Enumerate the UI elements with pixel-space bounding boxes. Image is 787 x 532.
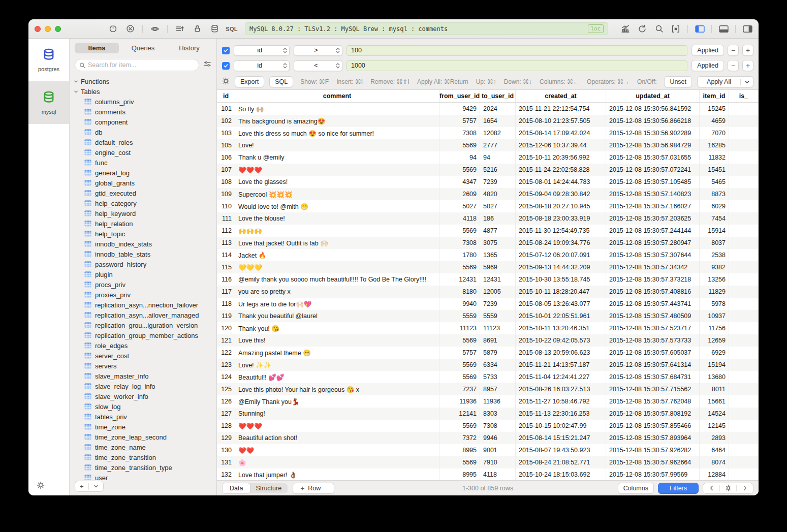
table-cell[interactable]: 1780 bbox=[439, 249, 480, 261]
table-cell[interactable]: 2015-08-07 19:43:50.923 bbox=[516, 444, 606, 456]
filters-button[interactable]: Filters bbox=[658, 483, 699, 494]
sidebar-table-item[interactable]: engine_cost bbox=[74, 147, 216, 158]
sidebar-table-item[interactable]: comments bbox=[74, 107, 216, 117]
table-cell[interactable]: Love! ✨✨ bbox=[235, 359, 439, 371]
table-cell[interactable]: 2015-08-24 21:08:52.771 bbox=[516, 456, 606, 468]
table-cell[interactable]: 106 bbox=[217, 151, 235, 164]
table-cell[interactable]: 2015-11-04 12:24:41.227 bbox=[516, 371, 606, 383]
table-cell[interactable]: 5757 bbox=[439, 347, 480, 359]
table-cell[interactable]: 7308 bbox=[480, 420, 516, 432]
table-row[interactable]: 121Love this!556986912015-10-22 09:42:05… bbox=[217, 334, 759, 347]
table-cell[interactable]: 5569 bbox=[439, 164, 480, 176]
table-cell[interactable]: 2015-12-08 15:30:57.962664 bbox=[606, 456, 700, 468]
table-cell[interactable]: 2015-10-22 09:42:05.573 bbox=[516, 334, 606, 347]
table-cell[interactable]: 11756 bbox=[700, 322, 729, 334]
panel-right-icon[interactable] bbox=[742, 24, 752, 34]
table-cell[interactable]: 7239 bbox=[480, 176, 516, 188]
sql-button[interactable]: SQL bbox=[269, 76, 293, 87]
table-cell[interactable]: 2015-11-21 22:12:54.754 bbox=[516, 103, 606, 115]
sidebar-table-item[interactable]: slave_worker_info bbox=[74, 391, 216, 401]
table-cell[interactable] bbox=[729, 468, 759, 480]
table-cell[interactable]: 2015-12-06 10:37:39.44 bbox=[516, 139, 606, 151]
column-header[interactable]: created_at bbox=[516, 90, 606, 102]
remove-filter-button[interactable]: − bbox=[728, 45, 739, 56]
apply-all-button[interactable]: Apply All bbox=[697, 76, 753, 87]
table-cell[interactable]: 7237 bbox=[439, 383, 480, 395]
table-cell[interactable]: 5978 bbox=[700, 298, 729, 310]
zoom-window-button[interactable] bbox=[55, 26, 61, 32]
table-cell[interactable]: 5559 bbox=[480, 310, 516, 322]
table-cell[interactable]: 5569 bbox=[439, 371, 480, 383]
table-cell[interactable]: 5569 bbox=[439, 420, 480, 432]
table-cell[interactable]: 124 bbox=[217, 371, 235, 383]
table-cell[interactable]: 8011 bbox=[700, 383, 729, 395]
export-button[interactable]: Export bbox=[235, 76, 264, 87]
table-cell[interactable]: 8691 bbox=[480, 334, 516, 347]
table-cell[interactable] bbox=[729, 139, 759, 151]
chevron-down-icon[interactable] bbox=[741, 79, 753, 85]
remove-filter-button[interactable]: − bbox=[728, 60, 739, 71]
table-cell[interactable] bbox=[729, 359, 759, 371]
column-header[interactable]: item_id bbox=[700, 90, 729, 102]
table-cell[interactable]: 11832 bbox=[700, 151, 729, 164]
lock-icon[interactable] bbox=[192, 24, 202, 34]
table-cell[interactable] bbox=[729, 273, 759, 286]
database-icon[interactable] bbox=[209, 24, 219, 34]
table-cell[interactable] bbox=[729, 127, 759, 139]
table-cell[interactable]: 2015-12-08 15:30:56.841592 bbox=[606, 103, 700, 115]
table-cell[interactable]: 5027 bbox=[439, 200, 480, 212]
table-cell[interactable]: 5559 bbox=[439, 310, 480, 322]
table-cell[interactable]: Would love to! @mith 😁 bbox=[235, 200, 439, 212]
table-row[interactable]: 132Love that jumper! 👌🏾899541182015-10-2… bbox=[217, 468, 759, 480]
sidebar-table-item[interactable]: help_topic bbox=[74, 229, 216, 239]
table-cell[interactable]: 3075 bbox=[480, 237, 516, 249]
sidebar-table-item[interactable]: servers bbox=[74, 361, 216, 371]
table-cell[interactable] bbox=[729, 176, 759, 188]
table-cell[interactable]: 5569 bbox=[439, 334, 480, 347]
table-cell[interactable]: 4820 bbox=[480, 188, 516, 200]
table-cell[interactable]: 5465 bbox=[700, 176, 729, 188]
table-cell[interactable]: Beautiful action shot! bbox=[235, 432, 439, 444]
column-header[interactable]: is_ bbox=[729, 90, 759, 102]
settings-gear-icon[interactable] bbox=[28, 475, 69, 495]
sidebar-table-item[interactable]: component bbox=[74, 117, 216, 127]
tab-history[interactable]: History bbox=[167, 43, 211, 53]
table-row[interactable]: 112🙌🙌🙌556948772015-11-30 12:54:49.735201… bbox=[217, 225, 759, 237]
table-cell[interactable]: 127 bbox=[217, 408, 235, 420]
column-header[interactable]: updated_at bbox=[606, 90, 700, 102]
sidebar-table-item[interactable]: general_log bbox=[74, 168, 216, 178]
table-cell[interactable]: 102 bbox=[217, 115, 235, 127]
sidebar-table-item[interactable]: server_cost bbox=[74, 351, 216, 361]
table-cell[interactable]: 2015-12-08 15:30:57.480509 bbox=[606, 310, 700, 322]
table-row[interactable]: 101So fly 🙌🏼942920242015-11-21 22:12:54.… bbox=[217, 103, 759, 115]
table-row[interactable]: 123Love! ✨✨556963342015-11-21 14:13:57.1… bbox=[217, 359, 759, 371]
table-cell[interactable]: 2015-12-08 15:30:57.99569 bbox=[606, 468, 700, 480]
table-cell[interactable]: 12005 bbox=[480, 286, 516, 298]
table-cell[interactable]: 2015-08-14 17:09:42.024 bbox=[516, 127, 606, 139]
table-cell[interactable]: 7070 bbox=[700, 127, 729, 139]
sidebar-table-item[interactable]: slow_log bbox=[74, 401, 216, 412]
table-cell[interactable]: 131 bbox=[217, 456, 235, 468]
table-cell[interactable]: Thank you beautiful @laurel bbox=[235, 310, 439, 322]
filter-enabled-checkbox[interactable] bbox=[222, 47, 230, 54]
table-cell[interactable]: 7308 bbox=[439, 127, 480, 139]
table-cell[interactable]: 132 bbox=[217, 468, 235, 480]
table-cell[interactable]: you are so pretty x bbox=[235, 286, 439, 298]
table-cell[interactable]: 2015-12-08 15:30:57.715562 bbox=[606, 383, 700, 395]
add-filter-button[interactable]: + bbox=[742, 60, 753, 71]
table-cell[interactable] bbox=[729, 432, 759, 444]
column-header[interactable]: to_user_id bbox=[480, 90, 516, 102]
filter-enabled-checkbox[interactable] bbox=[222, 62, 230, 70]
filter-operator-select[interactable]: < bbox=[294, 60, 342, 71]
table-cell[interactable]: 2015-10-24 18:15:03.692 bbox=[516, 468, 606, 480]
table-cell[interactable]: 125 bbox=[217, 383, 235, 395]
table-cell[interactable]: 12082 bbox=[480, 127, 516, 139]
table-cell[interactable] bbox=[729, 200, 759, 212]
table-cell[interactable]: 12659 bbox=[700, 334, 729, 347]
table-cell[interactable]: 5969 bbox=[480, 261, 516, 273]
table-cell[interactable]: 115 bbox=[217, 261, 235, 273]
sidebar-table-item[interactable]: default_roles bbox=[74, 137, 216, 147]
table-cell[interactable]: 5027 bbox=[480, 200, 516, 212]
table-cell[interactable]: 2015-08-18 20:27:10.945 bbox=[516, 200, 606, 212]
table-cell[interactable]: ❤️❤️ bbox=[235, 444, 439, 456]
